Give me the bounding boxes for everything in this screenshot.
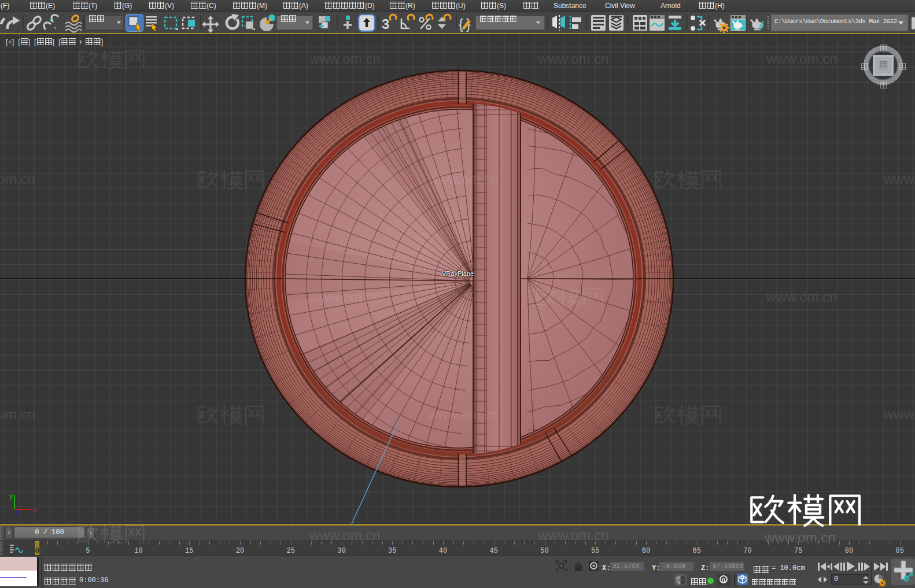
svg-text:z: z	[16, 508, 20, 517]
svg-text:y: y	[9, 491, 13, 500]
svg-text:x: x	[32, 505, 36, 514]
